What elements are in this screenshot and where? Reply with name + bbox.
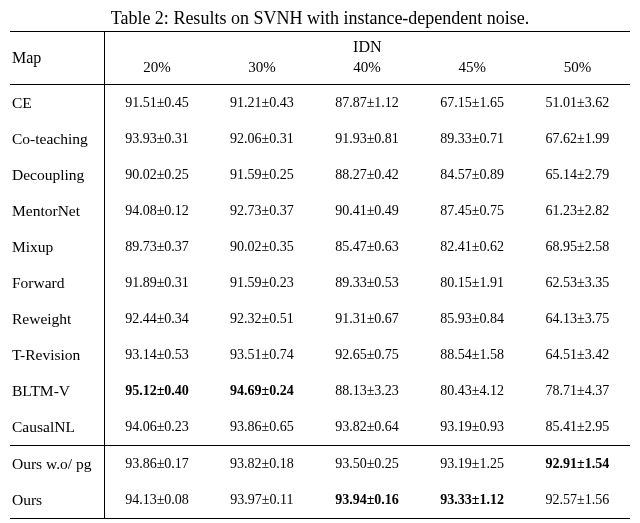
header-noise-2: 40% [314, 57, 419, 84]
value-cell: 94.69±0.24 [209, 373, 314, 409]
header-noise-0: 20% [104, 57, 209, 84]
value-cell: 82.41±0.62 [420, 229, 525, 265]
table-caption: Table 2: Results on SVNH with instance-d… [10, 8, 630, 29]
value-cell: 94.13±0.08 [104, 482, 209, 519]
header-noise-4: 50% [525, 57, 630, 84]
value-cell: 85.93±0.84 [420, 301, 525, 337]
method-cell: T-Revision [10, 337, 104, 373]
value-cell: 78.71±4.37 [525, 373, 630, 409]
value-cell: 93.50±0.25 [314, 446, 419, 483]
value-cell: 92.65±0.75 [314, 337, 419, 373]
value-cell: 90.02±0.35 [209, 229, 314, 265]
value-cell: 93.86±0.17 [104, 446, 209, 483]
value-cell: 89.33±0.71 [420, 121, 525, 157]
value-cell: 67.15±1.65 [420, 85, 525, 122]
value-cell: 91.89±0.31 [104, 265, 209, 301]
value-cell: 93.86±0.65 [209, 409, 314, 446]
table-body: CE91.51±0.4591.21±0.4387.87±1.1267.15±1.… [10, 85, 630, 520]
method-cell: Ours w.o/ pg [10, 446, 104, 483]
table-row: Ours94.13±0.0893.97±0.1193.94±0.1693.33±… [10, 482, 630, 519]
value-cell: 64.51±3.42 [525, 337, 630, 373]
method-cell: Ours [10, 482, 104, 519]
results-table: Map IDN 20% 30% 40% 45% 50% CE91.51±0.45… [10, 31, 630, 519]
value-cell: 90.41±0.49 [314, 193, 419, 229]
value-cell: 93.82±0.18 [209, 446, 314, 483]
table-row: T-Revision93.14±0.5393.51±0.7492.65±0.75… [10, 337, 630, 373]
header-map: Map [10, 32, 104, 85]
value-cell: 90.02±0.25 [104, 157, 209, 193]
value-cell: 85.47±0.63 [314, 229, 419, 265]
table-row: MentorNet94.08±0.1292.73±0.3790.41±0.498… [10, 193, 630, 229]
value-cell: 91.59±0.23 [209, 265, 314, 301]
value-cell: 51.01±3.62 [525, 85, 630, 122]
table-row: Decoupling90.02±0.2591.59±0.2588.27±0.42… [10, 157, 630, 193]
table-row: Reweight92.44±0.3492.32±0.5191.31±0.6785… [10, 301, 630, 337]
value-cell: 93.19±1.25 [420, 446, 525, 483]
value-cell: 95.12±0.40 [104, 373, 209, 409]
method-cell: BLTM-V [10, 373, 104, 409]
value-cell: 62.53±3.35 [525, 265, 630, 301]
value-cell: 93.19±0.93 [420, 409, 525, 446]
table-row: Ours w.o/ pg93.86±0.1793.82±0.1893.50±0.… [10, 446, 630, 483]
header-noise-1: 30% [209, 57, 314, 84]
header-noise-3: 45% [420, 57, 525, 84]
method-cell: Co-teaching [10, 121, 104, 157]
table-row: Mixup89.73±0.3790.02±0.3585.47±0.6382.41… [10, 229, 630, 265]
method-cell: CausalNL [10, 409, 104, 446]
header-idn: IDN [104, 32, 630, 58]
value-cell: 85.41±2.95 [525, 409, 630, 446]
value-cell: 89.33±0.53 [314, 265, 419, 301]
method-cell: Decoupling [10, 157, 104, 193]
table-row: Forward91.89±0.3191.59±0.2389.33±0.5380.… [10, 265, 630, 301]
value-cell: 93.51±0.74 [209, 337, 314, 373]
value-cell: 91.51±0.45 [104, 85, 209, 122]
method-cell: Forward [10, 265, 104, 301]
value-cell: 91.31±0.67 [314, 301, 419, 337]
value-cell: 84.57±0.89 [420, 157, 525, 193]
value-cell: 91.93±0.81 [314, 121, 419, 157]
value-cell: 93.97±0.11 [209, 482, 314, 519]
method-cell: Reweight [10, 301, 104, 337]
value-cell: 93.93±0.31 [104, 121, 209, 157]
value-cell: 92.57±1.56 [525, 482, 630, 519]
method-cell: Mixup [10, 229, 104, 265]
value-cell: 88.13±3.23 [314, 373, 419, 409]
value-cell: 93.82±0.64 [314, 409, 419, 446]
value-cell: 91.59±0.25 [209, 157, 314, 193]
table-row: Co-teaching93.93±0.3192.06±0.3191.93±0.8… [10, 121, 630, 157]
value-cell: 67.62±1.99 [525, 121, 630, 157]
value-cell: 92.91±1.54 [525, 446, 630, 483]
value-cell: 68.95±2.58 [525, 229, 630, 265]
method-cell: CE [10, 85, 104, 122]
value-cell: 94.08±0.12 [104, 193, 209, 229]
value-cell: 80.43±4.12 [420, 373, 525, 409]
table-row: CE91.51±0.4591.21±0.4387.87±1.1267.15±1.… [10, 85, 630, 122]
value-cell: 89.73±0.37 [104, 229, 209, 265]
value-cell: 88.54±1.58 [420, 337, 525, 373]
value-cell: 92.73±0.37 [209, 193, 314, 229]
value-cell: 87.45±0.75 [420, 193, 525, 229]
value-cell: 93.33±1.12 [420, 482, 525, 519]
value-cell: 93.14±0.53 [104, 337, 209, 373]
bottom-rule [10, 519, 630, 520]
table-row: CausalNL94.06±0.2393.86±0.6593.82±0.6493… [10, 409, 630, 446]
value-cell: 80.15±1.91 [420, 265, 525, 301]
value-cell: 91.21±0.43 [209, 85, 314, 122]
value-cell: 88.27±0.42 [314, 157, 419, 193]
table-row: BLTM-V95.12±0.4094.69±0.2488.13±3.2380.4… [10, 373, 630, 409]
method-cell: MentorNet [10, 193, 104, 229]
value-cell: 65.14±2.79 [525, 157, 630, 193]
value-cell: 92.32±0.51 [209, 301, 314, 337]
value-cell: 93.94±0.16 [314, 482, 419, 519]
value-cell: 64.13±3.75 [525, 301, 630, 337]
value-cell: 92.44±0.34 [104, 301, 209, 337]
value-cell: 94.06±0.23 [104, 409, 209, 446]
value-cell: 92.06±0.31 [209, 121, 314, 157]
value-cell: 61.23±2.82 [525, 193, 630, 229]
value-cell: 87.87±1.12 [314, 85, 419, 122]
